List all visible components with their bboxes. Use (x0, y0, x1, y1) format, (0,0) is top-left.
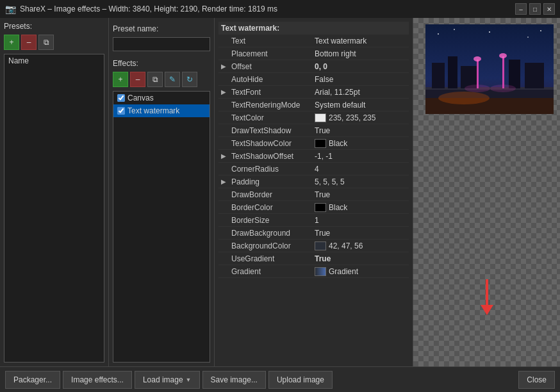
svg-rect-6 (509, 60, 520, 88)
prop-value-cell: False (312, 74, 409, 85)
packager-button[interactable]: Packager... (5, 371, 60, 389)
prop-row: CornerRadius4 (218, 163, 409, 176)
prop-row: UseGradientTrue (218, 252, 409, 265)
prop-name-cell: Gradient (229, 266, 312, 277)
effect-copy-button[interactable]: ⧉ (147, 72, 163, 87)
prop-value-text: True (315, 254, 331, 263)
svg-point-20 (438, 92, 490, 104)
prop-value-cell: 42, 47, 56 (312, 240, 409, 252)
preset-add-button[interactable]: + (4, 35, 19, 50)
maximize-button[interactable]: □ (529, 3, 541, 15)
prop-value-text: False (315, 75, 333, 84)
prop-value-cell: True (312, 253, 409, 265)
prop-value-cell: Arial, 11.25pt (312, 86, 409, 98)
bottom-bar: Packager... Image effects... Load image … (0, 366, 560, 392)
prop-name-cell: TextShadowColor (229, 138, 312, 149)
preset-remove-button[interactable]: – (21, 35, 37, 50)
prop-value-text: 0, 0 (315, 62, 327, 71)
effect-remove-button[interactable]: – (130, 72, 145, 87)
preset-name-label: Preset name: (113, 24, 210, 33)
preview-panel (413, 18, 560, 366)
close-button[interactable]: ✕ (543, 3, 555, 15)
effect-edit-button[interactable]: ✎ (165, 72, 180, 87)
title-bar-controls: – □ ✕ (515, 3, 555, 15)
prop-name-cell: TextColor (229, 112, 312, 124)
effects-panel: Preset name: Effects: + – ⧉ ✎ ↻ Canvas T… (109, 18, 215, 366)
prop-name-cell: Offset (229, 61, 312, 72)
prop-value-text: True (315, 229, 330, 238)
color-swatch[interactable] (315, 203, 326, 212)
effect-watermark-label: Text watermark (128, 106, 179, 115)
prop-name-cell: BackgroundColor (229, 240, 312, 252)
prop-name-cell: AutoHide (229, 74, 312, 85)
minimize-button[interactable]: – (515, 3, 527, 15)
prop-row: BackgroundColor42, 47, 56 (218, 240, 409, 252)
effect-canvas-checkbox[interactable] (117, 94, 125, 102)
prop-value-cell: 0, 0 (312, 61, 409, 72)
svg-rect-8 (477, 60, 479, 88)
prop-value-text: Arial, 11.25pt (315, 88, 360, 97)
prop-row: BorderColorBlack (218, 201, 409, 214)
prop-row: TextRenderingModeSystem default (218, 99, 409, 111)
effect-watermark-checkbox[interactable] (117, 107, 125, 115)
effects-toolbar: + – ⧉ ✎ ↻ (113, 72, 210, 87)
load-image-button[interactable]: Load image ▼ (135, 371, 200, 389)
main-content: Presets: + – ⧉ Name Preset name: Effects… (0, 18, 560, 366)
prop-name-cell: TextFont (229, 86, 312, 98)
prop-name-cell: BorderColor (229, 202, 312, 213)
prop-row[interactable]: ▶Padding5, 5, 5, 5 (218, 176, 409, 188)
preset-item[interactable]: Name (4, 54, 104, 67)
preset-list[interactable]: Name (4, 54, 104, 363)
close-dialog-button[interactable]: Close (518, 371, 555, 389)
upload-image-button[interactable]: Upload image (268, 371, 333, 389)
preview-image-container (425, 24, 554, 114)
prop-value-text: Bottom right (315, 49, 356, 58)
svg-point-14 (438, 33, 439, 35)
prop-name-cell: DrawTextShadow (229, 125, 312, 136)
title-bar-title: ShareX – Image effects – Width: 3840, He… (20, 4, 277, 13)
preset-name-input[interactable] (113, 37, 210, 51)
prop-value-cell: -1, -1 (312, 151, 409, 162)
arrow-shaft (486, 279, 488, 305)
effect-canvas-item[interactable]: Canvas (113, 92, 210, 104)
arrow-head (481, 305, 493, 315)
prop-name-cell: UseGradient (229, 253, 312, 265)
properties-section-header: Text watermark: (218, 22, 409, 35)
prop-row[interactable]: ▶TextFontArial, 11.25pt (218, 86, 409, 99)
prop-row[interactable]: ▶Offset0, 0 (218, 60, 409, 73)
effect-add-button[interactable]: + (113, 72, 128, 87)
prop-value-text: 235, 235, 235 (329, 113, 375, 122)
color-swatch[interactable] (315, 139, 326, 148)
prop-value-cell: 1 (312, 215, 409, 226)
prop-row[interactable]: ▶TextShadowOffset-1, -1 (218, 150, 409, 163)
prop-row: DrawBorderTrue (218, 188, 409, 201)
prop-row: DrawBackgroundTrue (218, 227, 409, 240)
preset-copy-button[interactable]: ⧉ (38, 35, 54, 50)
prop-name-cell: BorderSize (229, 215, 312, 226)
prop-name-cell: TextRenderingMode (229, 99, 312, 111)
prop-name-cell: DrawBorder (229, 189, 312, 200)
svg-point-17 (527, 37, 529, 38)
save-image-button[interactable]: Save image... (202, 371, 266, 389)
prop-value-cell: True (312, 189, 409, 200)
color-swatch[interactable] (315, 113, 326, 122)
svg-rect-3 (432, 63, 445, 88)
effect-refresh-button[interactable]: ↻ (182, 72, 197, 87)
svg-rect-4 (448, 56, 457, 88)
prop-value-text: -1, -1 (315, 152, 333, 161)
preset-name-row: Preset name: (113, 22, 210, 51)
svg-point-12 (465, 85, 490, 92)
title-bar-left: 📷 ShareX – Image effects – Width: 3840, … (5, 4, 277, 14)
effect-watermark-item[interactable]: Text watermark (113, 104, 210, 117)
svg-rect-10 (502, 56, 504, 88)
prop-value-cell: Text watermark (312, 35, 409, 47)
image-effects-button[interactable]: Image effects... (63, 371, 132, 389)
prop-expand-icon: ▶ (218, 178, 229, 185)
effect-canvas-label: Canvas (128, 94, 154, 102)
color-swatch[interactable] (315, 241, 326, 250)
color-swatch[interactable] (315, 267, 326, 276)
prop-value-text: True (315, 126, 330, 135)
app-icon: 📷 (5, 4, 16, 14)
prop-value-text: 5, 5, 5, 5 (315, 177, 345, 186)
prop-row: TextColor235, 235, 235 (218, 111, 409, 124)
